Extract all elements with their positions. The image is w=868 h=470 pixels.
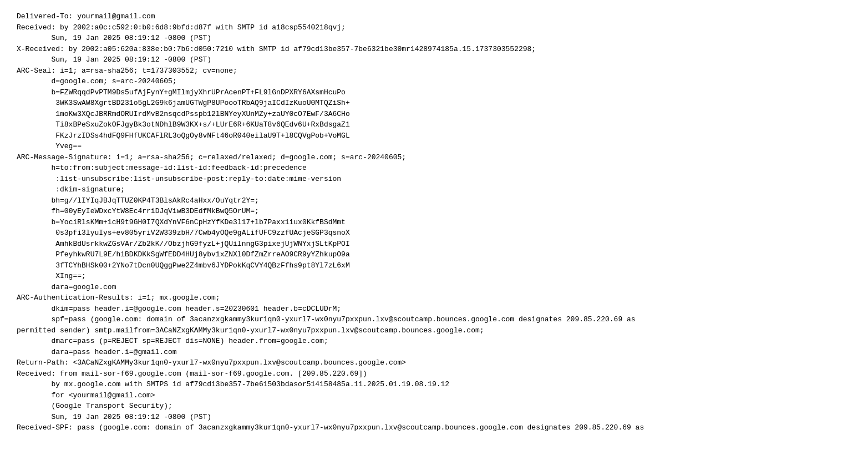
email-header-container: Delivered-To: yourmail@gmail.com Receive…	[0, 0, 868, 444]
email-header-text: Delivered-To: yourmail@gmail.com Receive…	[17, 11, 851, 433]
